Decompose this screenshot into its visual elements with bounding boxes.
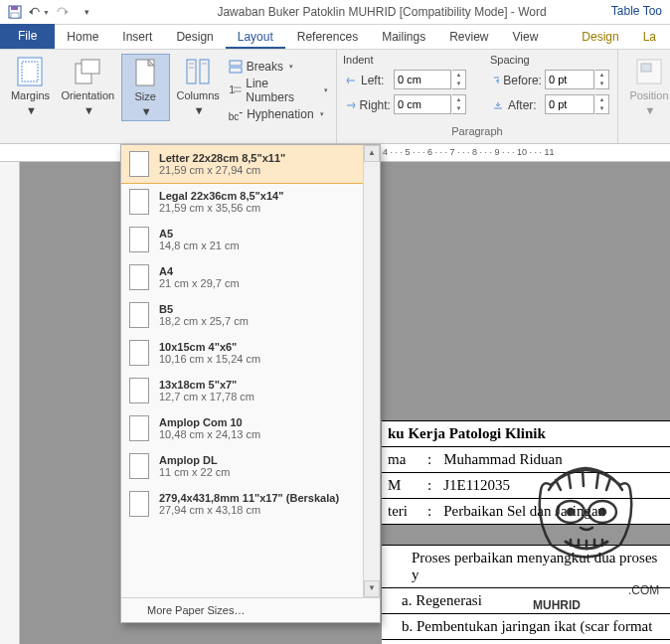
tab-file[interactable]: File bbox=[0, 24, 55, 49]
spacing-after-input[interactable]: 0 pt bbox=[545, 94, 594, 114]
size-dim: 11 cm x 22 cm bbox=[159, 466, 231, 478]
paragraph-group-label: Paragraph bbox=[343, 125, 611, 139]
svg-point-29 bbox=[599, 509, 605, 515]
size-name: B5 bbox=[159, 303, 249, 315]
tab-home[interactable]: Home bbox=[55, 25, 110, 49]
indent-label: Indent bbox=[343, 54, 470, 66]
indent-right-input[interactable]: 0 cm bbox=[394, 94, 451, 114]
size-dim: 10,48 cm x 24,13 cm bbox=[159, 428, 260, 440]
hyphenation-button[interactable]: bc-Hyphenation▾ bbox=[227, 103, 330, 125]
svg-text:.COM: .COM bbox=[628, 583, 659, 597]
page-icon bbox=[129, 340, 149, 366]
watermark-image: MUHRID .COM bbox=[511, 450, 660, 639]
table-tools-label: Table Too bbox=[611, 4, 662, 18]
svg-point-28 bbox=[568, 509, 574, 515]
svg-rect-13 bbox=[230, 61, 242, 66]
line-numbers-button[interactable]: 1Line Numbers▾ bbox=[227, 80, 330, 101]
vertical-ruler[interactable] bbox=[0, 162, 20, 644]
size-option[interactable]: 10x15cm 4"x6"10,16 cm x 15,24 cm bbox=[121, 334, 380, 372]
size-option[interactable]: Legal 22x36cm 8,5"x14"21,59 cm x 35,56 c… bbox=[121, 183, 380, 221]
spacing-before-input[interactable]: 0 pt bbox=[545, 70, 594, 89]
tab-review[interactable]: Review bbox=[437, 25, 500, 49]
size-option[interactable]: Letter 22x28cm 8,5"x11"21,59 cm x 27,94 … bbox=[121, 145, 380, 184]
svg-rect-6 bbox=[82, 60, 99, 74]
size-dim: 27,94 cm x 43,18 cm bbox=[159, 504, 339, 516]
page-icon bbox=[129, 264, 149, 290]
size-dim: 18,2 cm x 25,7 cm bbox=[159, 315, 249, 327]
indent-left-spinner[interactable]: ▲▼ bbox=[452, 70, 466, 89]
size-dim: 21 cm x 29,7 cm bbox=[159, 277, 240, 289]
svg-rect-21 bbox=[641, 64, 651, 72]
margins-button[interactable]: Margins▼ bbox=[6, 54, 55, 119]
ribbon: Margins▼ Orientation▼ Size▼ Columns▼ Bre… bbox=[0, 50, 670, 144]
spacing-after-label: After: bbox=[490, 94, 544, 116]
size-name: A5 bbox=[159, 228, 240, 240]
tab-view[interactable]: View bbox=[501, 25, 551, 49]
size-dim: 10,16 cm x 15,24 cm bbox=[159, 353, 260, 365]
title-bar: ▼ ▾ Jawaban Buker Patoklin MUHRID [Compa… bbox=[0, 0, 670, 25]
group-arrange: Position▼ Wr Te bbox=[618, 50, 670, 143]
spacing-before-spinner[interactable]: ▲▼ bbox=[595, 70, 609, 89]
page-icon bbox=[129, 189, 149, 215]
indent-left-input[interactable]: 0 cm bbox=[394, 70, 451, 89]
doc-title: ku Kerja Patologi Klinik bbox=[382, 421, 670, 447]
more-paper-sizes[interactable]: More Paper Sizes… bbox=[121, 597, 380, 622]
position-button[interactable]: Position▼ bbox=[624, 54, 670, 119]
size-name: 10x15cm 4"x6" bbox=[159, 341, 260, 353]
size-name: Amplop Com 10 bbox=[159, 416, 260, 428]
svg-text:1: 1 bbox=[229, 83, 235, 95]
breaks-button[interactable]: Breaks▾ bbox=[227, 56, 330, 78]
indent-right-spinner[interactable]: ▲▼ bbox=[452, 94, 466, 114]
size-option[interactable]: B518,2 cm x 25,7 cm bbox=[121, 296, 380, 334]
tab-mailings[interactable]: Mailings bbox=[370, 25, 437, 49]
dropdown-scrollbar[interactable]: ▲ ▼ bbox=[363, 145, 380, 597]
svg-text:MUHRID: MUHRID bbox=[533, 598, 581, 612]
size-name: 13x18cm 5"x7" bbox=[159, 379, 254, 391]
orientation-button[interactable]: Orientation▼ bbox=[59, 54, 117, 119]
size-name: 279,4x431,8mm 11"x17" (Berskala) bbox=[159, 492, 339, 504]
page-icon bbox=[129, 453, 149, 479]
size-button[interactable]: Size▼ bbox=[121, 54, 170, 121]
page-icon bbox=[129, 378, 149, 403]
spacing-label: Spacing bbox=[490, 54, 613, 66]
page-icon bbox=[129, 415, 149, 441]
tab-layout[interactable]: Layout bbox=[226, 25, 285, 49]
size-dropdown: Letter 22x28cm 8,5"x11"21,59 cm x 27,94 … bbox=[120, 144, 381, 623]
svg-rect-1 bbox=[11, 6, 18, 10]
undo-button[interactable]: ▼ bbox=[28, 1, 50, 23]
quick-access-toolbar: ▼ ▾ bbox=[4, 1, 97, 23]
redo-button[interactable] bbox=[52, 1, 74, 23]
size-name: Letter 22x28cm 8,5"x11" bbox=[159, 152, 285, 164]
spacing-after-spinner[interactable]: ▲▼ bbox=[595, 94, 609, 114]
size-dim: 21,59 cm x 35,56 cm bbox=[159, 202, 283, 214]
size-option[interactable]: 13x18cm 5"x7"12,7 cm x 17,78 cm bbox=[121, 372, 380, 409]
tab-table-layout[interactable]: La bbox=[631, 25, 668, 49]
size-dim: 12,7 cm x 17,78 cm bbox=[159, 391, 254, 402]
size-option[interactable]: Amplop Com 1010,48 cm x 24,13 cm bbox=[121, 409, 380, 447]
spacing-before-label: Before: bbox=[490, 70, 544, 91]
tab-insert[interactable]: Insert bbox=[110, 25, 164, 49]
size-dim: 14,8 cm x 21 cm bbox=[159, 240, 240, 251]
page-icon bbox=[129, 227, 149, 252]
group-page-setup: Margins▼ Orientation▼ Size▼ Columns▼ Bre… bbox=[0, 50, 337, 143]
indent-left-label: Left: bbox=[343, 70, 393, 91]
indent-right-label: Right: bbox=[343, 94, 393, 116]
tab-table-design[interactable]: Design bbox=[570, 25, 630, 49]
tab-references[interactable]: References bbox=[285, 25, 370, 49]
page-icon bbox=[129, 491, 149, 517]
size-name: Amplop DL bbox=[159, 454, 231, 466]
size-option[interactable]: 279,4x431,8mm 11"x17" (Berskala)27,94 cm… bbox=[121, 485, 380, 523]
svg-rect-14 bbox=[230, 68, 242, 73]
svg-rect-2 bbox=[11, 13, 19, 18]
size-dim: 21,59 cm x 27,94 cm bbox=[159, 164, 285, 176]
size-name: A4 bbox=[159, 265, 240, 277]
columns-button[interactable]: Columns▼ bbox=[174, 54, 223, 119]
tab-design[interactable]: Design bbox=[164, 25, 225, 49]
ribbon-tabs: File Home Insert Design Layout Reference… bbox=[0, 25, 670, 50]
size-option[interactable]: Amplop DL11 cm x 22 cm bbox=[121, 447, 380, 485]
save-button[interactable] bbox=[4, 1, 26, 23]
size-option[interactable]: A421 cm x 29,7 cm bbox=[121, 258, 380, 296]
size-option[interactable]: A514,8 cm x 21 cm bbox=[121, 221, 380, 258]
window-title: Jawaban Buker Patoklin MUHRID [Compatibi… bbox=[97, 5, 666, 19]
qat-customize[interactable]: ▾ bbox=[76, 1, 97, 23]
